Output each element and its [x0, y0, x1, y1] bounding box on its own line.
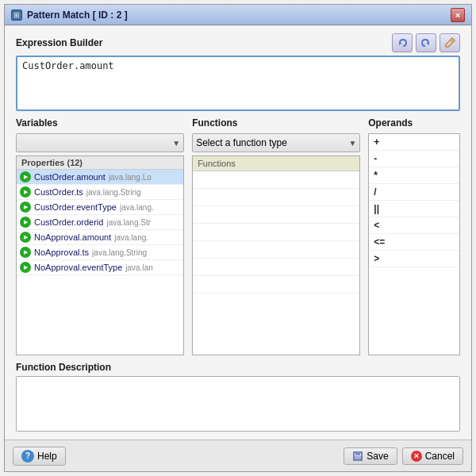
variable-type: java.lang.Lo — [109, 173, 152, 182]
variable-list-item[interactable]: CustOrder.orderid java.lang.Str — [17, 215, 183, 230]
functions-label: Functions — [192, 117, 360, 130]
operand-item[interactable]: - — [369, 151, 459, 167]
right-buttons: Save ✕ Cancel — [344, 447, 463, 465]
variable-name: CustOrder.ts — [34, 187, 83, 197]
pencil-icon — [443, 36, 456, 49]
variable-type: java.lang. — [120, 203, 154, 212]
variable-icon — [20, 262, 31, 273]
svg-rect-3 — [355, 456, 361, 459]
function-description-section: Function Description — [16, 362, 460, 432]
main-content: Expression Builder — [5, 25, 471, 440]
variable-icon — [20, 247, 31, 258]
operand-item[interactable]: || — [369, 201, 459, 217]
function-list-item[interactable] — [193, 241, 359, 259]
variable-list-item[interactable]: CustOrder.ts java.lang.String — [17, 185, 183, 200]
function-description-box — [16, 376, 460, 432]
variables-dropdown[interactable]: ▼ — [16, 133, 184, 152]
bottom-bar: ? Help Save ✕ Cancel — [5, 440, 471, 471]
undo-button[interactable] — [392, 33, 413, 52]
dialog: ⊞ Pattern Match [ ID : 2 ] × Expression … — [4, 4, 472, 472]
functions-column: Functions Select a function type ▼ Funct… — [192, 117, 360, 355]
title-bar-left: ⊞ Pattern Match [ ID : 2 ] — [11, 10, 128, 21]
three-columns: Variables ▼ Properties (12) CustOrder.am… — [16, 117, 460, 355]
variable-type: java.lang. — [114, 233, 148, 242]
variable-type: java.lang.Str — [106, 218, 151, 227]
operand-item[interactable]: > — [369, 251, 459, 267]
variable-list-item[interactable]: NoApproval.eventType java.lan — [17, 260, 183, 275]
save-icon — [352, 451, 363, 462]
dialog-icon: ⊞ — [11, 10, 22, 21]
operand-item[interactable]: + — [369, 134, 459, 151]
function-list-item[interactable] — [193, 206, 359, 224]
function-list-item[interactable] — [193, 259, 359, 276]
toolbar-buttons — [392, 33, 460, 52]
function-description-label: Function Description — [16, 362, 460, 373]
title-bar: ⊞ Pattern Match [ ID : 2 ] × — [5, 5, 471, 25]
save-button[interactable]: Save — [344, 447, 397, 465]
expression-builder-label: Expression Builder — [16, 37, 102, 48]
variable-icon — [20, 186, 31, 198]
variables-column: Variables ▼ Properties (12) CustOrder.am… — [16, 117, 184, 355]
variable-name: CustOrder.orderid — [34, 217, 103, 227]
function-list-item[interactable] — [193, 171, 359, 189]
operand-item[interactable]: < — [369, 217, 459, 234]
expression-section: Expression Builder — [16, 33, 460, 111]
operands-list-items: +-*/||<<=> — [369, 134, 459, 267]
close-button[interactable]: × — [451, 8, 465, 22]
variable-name: NoApproval.amount — [34, 232, 111, 242]
help-label: Help — [37, 451, 57, 462]
functions-list-header: Functions — [193, 156, 359, 171]
functions-list — [193, 171, 359, 294]
variables-dropdown-arrow: ▼ — [172, 139, 180, 148]
variable-name: NoApproval.ts — [34, 248, 89, 257]
edit-button[interactable] — [440, 33, 460, 52]
variable-icon — [20, 202, 31, 213]
variables-list-box: Properties (12) CustOrder.amount java.la… — [16, 155, 184, 355]
cancel-label: Cancel — [425, 451, 455, 462]
functions-list-box: Functions — [192, 155, 360, 355]
operands-column: Operands +-*/||<<=> — [368, 117, 460, 355]
function-list-item[interactable] — [193, 224, 359, 241]
function-list-item[interactable] — [193, 276, 359, 294]
variable-name: CustOrder.eventType — [34, 202, 117, 212]
variables-list-header: Properties (12) — [17, 156, 183, 170]
redo-button[interactable] — [416, 33, 436, 52]
dialog-title: Pattern Match [ ID : 2 ] — [27, 10, 128, 21]
undo-icon — [396, 36, 409, 49]
variable-icon — [20, 232, 31, 243]
variable-list-item[interactable]: NoApproval.ts java.lang.String — [17, 245, 183, 260]
variable-type: java.lang.String — [92, 248, 147, 257]
operands-list: +-*/||<<=> — [368, 133, 460, 355]
help-button[interactable]: ? Help — [13, 447, 66, 466]
svg-line-0 — [451, 40, 453, 42]
variable-list-item[interactable]: NoApproval.amount java.lang. — [17, 230, 183, 245]
save-label: Save — [367, 451, 388, 462]
variable-icon — [20, 217, 31, 228]
cancel-icon: ✕ — [411, 451, 422, 462]
variables-dropdown-row: ▼ — [16, 133, 184, 152]
function-list-item[interactable] — [193, 189, 359, 206]
variable-icon — [20, 171, 31, 182]
svg-rect-2 — [355, 452, 360, 455]
redo-icon — [420, 36, 432, 49]
operand-item[interactable]: / — [369, 184, 459, 201]
function-type-text: Select a function type — [196, 137, 287, 148]
function-type-dropdown[interactable]: Select a function type ▼ — [192, 133, 360, 152]
operand-item[interactable]: <= — [369, 234, 459, 251]
variables-label: Variables — [16, 117, 184, 130]
operands-label: Operands — [368, 117, 460, 130]
variable-type: java.lang.String — [86, 188, 141, 197]
variable-list-item[interactable]: CustOrder.eventType java.lang. — [17, 200, 183, 215]
expression-input[interactable]: CustOrder.amount — [16, 56, 460, 111]
variable-name: CustOrder.amount — [34, 172, 106, 182]
help-icon: ? — [21, 450, 34, 463]
variable-name: NoApproval.eventType — [34, 263, 122, 272]
expression-header: Expression Builder — [16, 33, 460, 52]
function-type-arrow: ▼ — [348, 139, 356, 148]
variables-list: CustOrder.amount java.lang.Lo CustOrder.… — [17, 170, 183, 275]
cancel-button[interactable]: ✕ Cancel — [402, 447, 463, 465]
operand-item[interactable]: * — [369, 167, 459, 184]
variable-list-item[interactable]: CustOrder.amount java.lang.Lo — [17, 170, 183, 185]
variable-type: java.lan — [125, 263, 152, 272]
